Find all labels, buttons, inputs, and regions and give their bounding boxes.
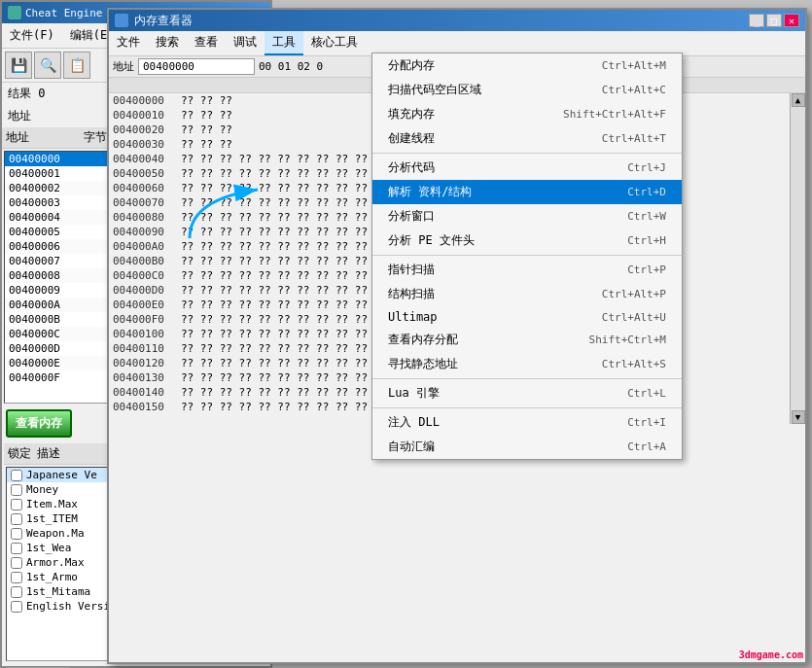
menu-find-static-shortcut: Ctrl+Alt+S xyxy=(602,358,666,370)
menu-lua[interactable]: Lua 引擎 Ctrl+L xyxy=(372,381,682,405)
menu-analyze-code[interactable]: 分析代码 Ctrl+J xyxy=(372,156,682,180)
separator-4 xyxy=(372,407,682,408)
menu-inject-dll[interactable]: 注入 DLL Ctrl+I xyxy=(372,410,682,435)
mem-titlebar: 内存查看器 _ □ ✕ xyxy=(109,10,805,31)
mem-menu-view[interactable]: 查看 xyxy=(187,31,226,55)
menu-auto-asm-shortcut: Ctrl+A xyxy=(627,440,666,453)
cheat-checkbox-2[interactable] xyxy=(11,499,22,510)
menu-scan-nop-label: 扫描代码空白区域 xyxy=(388,82,481,98)
menu-view-alloc[interactable]: 查看内存分配 Shift+Ctrl+M xyxy=(372,328,682,352)
main-title: Cheat Engine xyxy=(25,7,102,19)
addr-cell-0: 00400000 xyxy=(9,153,87,165)
mem-menu-tools[interactable]: 工具 xyxy=(265,31,303,55)
watermark: 3dmgame.com xyxy=(739,650,803,660)
addr-bar-value: 00400000 xyxy=(138,58,255,75)
menu-pointer-scan-shortcut: Ctrl+P xyxy=(627,264,666,276)
mem-title: 内存查看器 xyxy=(134,13,193,29)
menu-analyze-pe-label: 分析 PE 文件头 xyxy=(388,232,475,249)
menu-analyze-code-label: 分析代码 xyxy=(388,159,435,176)
mem-menu-search[interactable]: 搜索 xyxy=(148,31,187,55)
menu-scan-nop-shortcut: Ctrl+Alt+C xyxy=(602,84,666,96)
hex-scrollbar[interactable]: ▲ ▼ xyxy=(790,93,805,424)
scroll-up-arrow[interactable]: ▲ xyxy=(792,93,805,107)
menu-ultimap-label: Ultimap xyxy=(388,310,438,324)
col-address-header: 地址 xyxy=(6,129,84,146)
menu-analyze-window-label: 分析窗口 xyxy=(388,208,435,225)
cheat-label-8: 1st_Mitama xyxy=(26,585,90,598)
cheat-label-3: 1st_ITEM xyxy=(26,512,78,525)
menu-analyze-window[interactable]: 分析窗口 Ctrl+W xyxy=(372,204,682,229)
scroll-down-arrow[interactable]: ▼ xyxy=(792,410,805,424)
menu-parse-struct-label: 解析 资料/结构 xyxy=(388,184,472,200)
menu-struct-scan-shortcut: Ctrl+Alt+P xyxy=(602,288,666,300)
cheat-checkbox-6[interactable] xyxy=(11,557,22,569)
lock-col-header: 锁定 xyxy=(8,445,37,462)
separator-2 xyxy=(372,255,682,256)
menu-parse-struct[interactable]: 解析 资料/结构 Ctrl+D xyxy=(372,180,682,204)
close-button[interactable]: ✕ xyxy=(784,14,799,27)
menu-create-thread[interactable]: 创建线程 Ctrl+Alt+T xyxy=(372,126,682,151)
menu-alloc-memory-shortcut: Ctrl+Alt+M xyxy=(602,59,666,72)
mem-menu-debug[interactable]: 调试 xyxy=(226,31,265,55)
menu-view-alloc-label: 查看内存分配 xyxy=(388,332,458,348)
menu-inject-dll-shortcut: Ctrl+I xyxy=(627,416,666,429)
menu-inject-dll-label: 注入 DLL xyxy=(388,414,440,431)
maximize-button[interactable]: □ xyxy=(766,14,782,27)
menu-create-thread-shortcut: Ctrl+Alt+T xyxy=(602,132,666,145)
separator-1 xyxy=(372,153,682,154)
menu-find-static[interactable]: 寻找静态地址 Ctrl+Alt+S xyxy=(372,352,682,376)
cheat-checkbox-8[interactable] xyxy=(11,586,22,598)
minimize-button[interactable]: _ xyxy=(749,14,764,27)
menu-pointer-scan-label: 指针扫描 xyxy=(388,262,435,278)
cheat-label-2: Item.Max xyxy=(26,498,78,510)
menu-lua-shortcut: Ctrl+L xyxy=(627,387,666,400)
cheat-label-7: 1st_Armo xyxy=(26,571,78,583)
menu-find-static-label: 寻找静态地址 xyxy=(388,356,458,372)
cheat-checkbox-9[interactable] xyxy=(11,601,22,613)
cheat-checkbox-4[interactable] xyxy=(11,528,22,540)
menu-auto-asm[interactable]: 自动汇编 Ctrl+A xyxy=(372,435,682,459)
cheat-checkbox-7[interactable] xyxy=(11,572,22,583)
menu-parse-struct-shortcut: Ctrl+D xyxy=(627,186,666,198)
menu-alloc-memory[interactable]: 分配内存 Ctrl+Alt+M xyxy=(372,53,682,78)
cheat-label-0: Japanese Ve xyxy=(26,469,97,481)
menu-analyze-pe[interactable]: 分析 PE 文件头 Ctrl+H xyxy=(372,229,682,253)
desc-col-header: 描述 xyxy=(37,445,60,462)
mem-menu-file[interactable]: 文件 xyxy=(109,31,148,55)
menu-fill-memory[interactable]: 填充内存 Shift+Ctrl+Alt+F xyxy=(372,102,682,126)
menu-struct-scan[interactable]: 结构扫描 Ctrl+Alt+P xyxy=(372,282,682,306)
menu-analyze-pe-shortcut: Ctrl+H xyxy=(627,234,666,247)
menu-fill-memory-label: 填充内存 xyxy=(388,106,435,123)
addr-bar-hex: 00 01 02 0 xyxy=(259,60,323,73)
toolbar-btn-2[interactable]: 🔍 xyxy=(34,52,61,79)
menu-ultimap-shortcut: Ctrl+Alt+U xyxy=(602,311,666,324)
cheat-checkbox-1[interactable] xyxy=(11,484,22,496)
mem-icon xyxy=(115,14,128,27)
ce-icon xyxy=(8,6,21,19)
cheat-label-9: English Versi xyxy=(26,600,110,613)
separator-3 xyxy=(372,378,682,379)
tools-dropdown-menu: 分配内存 Ctrl+Alt+M 扫描代码空白区域 Ctrl+Alt+C 填充内存… xyxy=(371,53,683,460)
cheat-checkbox-0[interactable] xyxy=(11,470,22,481)
menu-scan-nop[interactable]: 扫描代码空白区域 Ctrl+Alt+C xyxy=(372,78,682,102)
menu-ultimap[interactable]: Ultimap Ctrl+Alt+U xyxy=(372,306,682,328)
cheat-checkbox-5[interactable] xyxy=(11,543,22,554)
menu-analyze-window-shortcut: Ctrl+W xyxy=(627,210,666,223)
cheat-label-6: Armor.Max xyxy=(26,556,85,569)
addr-bar-label: 地址 xyxy=(113,59,134,74)
memory-viewer-window: 内存查看器 _ □ ✕ 文件 搜索 查看 调试 工具 核心工具 地址 00400… xyxy=(107,8,807,664)
toolbar-btn-3[interactable]: 📋 xyxy=(63,52,90,79)
cheat-label-1: Money xyxy=(26,483,58,496)
cheat-label-5: 1st_Wea xyxy=(26,542,71,554)
menu-alloc-memory-label: 分配内存 xyxy=(388,57,435,74)
menu-file[interactable]: 文件(F) xyxy=(6,25,58,46)
mem-menu-core[interactable]: 核心工具 xyxy=(303,31,366,55)
toolbar-btn-1[interactable]: 💾 xyxy=(5,52,32,79)
cheat-label-4: Weapon.Ma xyxy=(26,527,85,540)
cheat-checkbox-3[interactable] xyxy=(11,513,22,525)
menu-pointer-scan[interactable]: 指针扫描 Ctrl+P xyxy=(372,258,682,282)
titlebar-controls: _ □ ✕ xyxy=(749,14,799,27)
menu-fill-memory-shortcut: Shift+Ctrl+Alt+F xyxy=(563,108,666,121)
menu-struct-scan-label: 结构扫描 xyxy=(388,286,435,302)
scan-memory-button[interactable]: 查看内存 xyxy=(6,409,72,438)
